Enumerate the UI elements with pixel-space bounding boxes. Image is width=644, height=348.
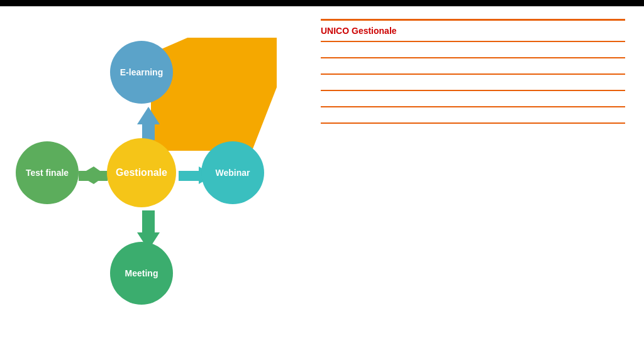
top-orange-line xyxy=(321,19,625,21)
webinar-label: Webinar xyxy=(216,168,250,178)
panel-section-3 xyxy=(321,75,625,90)
main-container: E-learning Gestionale Test finale Webina… xyxy=(0,6,644,348)
panel-title: UNICO Gestionale xyxy=(321,26,625,36)
circle-webinar: Webinar xyxy=(201,141,264,204)
arrow-shaft-right-green xyxy=(79,171,94,181)
arrow-right-green xyxy=(94,166,106,184)
panel-section-5 xyxy=(321,107,625,122)
test-label: Test finale xyxy=(26,168,69,178)
arrow-shaft-down-green xyxy=(142,210,155,232)
panel-section-2 xyxy=(321,58,625,73)
panel-section-4 xyxy=(321,91,625,106)
svg-line-1 xyxy=(170,53,248,135)
right-panel: UNICO Gestionale xyxy=(302,6,644,348)
meeting-label: Meeting xyxy=(125,268,158,278)
circle-gestionale: Gestionale xyxy=(107,138,176,207)
gestionale-label: Gestionale xyxy=(116,167,167,178)
arrow-up-blue xyxy=(137,107,160,124)
elearning-label: E-learning xyxy=(120,67,163,77)
circle-test: Test finale xyxy=(16,141,79,204)
divider-6 xyxy=(321,122,625,124)
circle-elearning: E-learning xyxy=(110,41,173,104)
panel-section-1 xyxy=(321,42,625,57)
arrow-shaft-right-teal xyxy=(179,171,199,181)
circle-meeting: Meeting xyxy=(110,242,173,305)
diagram-area: E-learning Gestionale Test finale Webina… xyxy=(0,6,302,348)
big-yellow-arrow xyxy=(151,38,277,151)
